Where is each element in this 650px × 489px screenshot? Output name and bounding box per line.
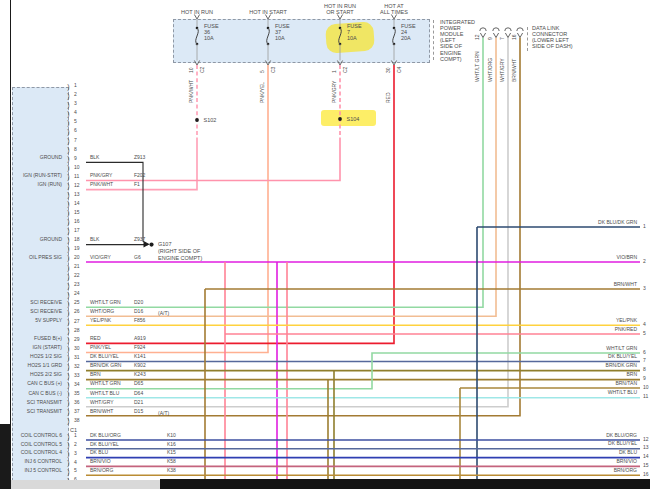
right-pin-number: 5 xyxy=(643,331,646,337)
left-pin-number: 5 xyxy=(74,119,77,125)
left-pin-number: 20 xyxy=(74,255,80,261)
fuse-label: FUSE xyxy=(401,23,416,29)
right-pin-label: BRN/DK GRN xyxy=(548,363,637,369)
right-pin-label: BRN/WHT xyxy=(548,282,637,288)
right-pin-label: DK BLU/YEL xyxy=(548,441,637,447)
wire-color-label: WHT/GRY xyxy=(500,58,506,82)
wire-color-label: BRN/DK GRN xyxy=(90,363,121,369)
left-pin-number: 29 xyxy=(74,337,80,343)
left-pin-number: 10 xyxy=(74,165,80,171)
left-pin-number: 15 xyxy=(74,210,80,216)
right-pin-label: DK BLU xyxy=(548,450,637,456)
right-pin-label: DK BLU/YEL xyxy=(548,354,637,360)
arrow-down-icon xyxy=(337,61,342,66)
left-pin-label: 5V SUPPLY xyxy=(13,318,62,324)
left-pin-label: INJ 5 CONTROL xyxy=(13,468,62,474)
wire-red xyxy=(86,65,394,343)
circuit-code: D64 xyxy=(134,391,143,397)
splice-label: S102 xyxy=(204,117,217,123)
left-pin-label: CAN C BUS (+) xyxy=(13,381,62,387)
right-pin-label: BRN/TAN xyxy=(548,381,637,387)
circuit-code: D21 xyxy=(134,400,143,406)
left-pin-bracket: ) xyxy=(67,101,69,109)
left-pin-label: HO2S 1/2 SIG xyxy=(13,354,62,360)
left-pin-label: SCI RECEIVE xyxy=(13,300,62,306)
fuse-out-connector: C3 xyxy=(271,67,277,73)
left-pin-bracket: ) xyxy=(67,164,69,172)
wire-color-label: PNK/GRY xyxy=(332,81,338,103)
left-pin-number: 37 xyxy=(74,409,80,415)
left-pin-bracket: ) xyxy=(67,209,69,217)
circuit-code: D20 xyxy=(134,300,143,306)
left-pin-number: 11 xyxy=(74,174,79,180)
left-pin-bracket: ) xyxy=(67,173,69,181)
circuit-code: K38 xyxy=(167,468,176,474)
wire-color-label: PNK/YEL xyxy=(260,82,266,103)
left-pin-number: 35 xyxy=(74,391,80,397)
connector-pin-icon xyxy=(493,28,499,31)
left-pin-number: 19 xyxy=(74,246,80,252)
fuse-label: FUSE xyxy=(204,23,219,29)
left-pin-bracket: ) xyxy=(67,309,69,317)
left-pin-label: GROUND xyxy=(13,237,62,243)
circuit-code: F924 xyxy=(134,345,145,351)
right-pin-label: PNK/RED xyxy=(548,327,637,333)
left-pin-number: 16 xyxy=(74,219,80,225)
ipm-title-bracket xyxy=(433,20,434,60)
wire-color-label: BRN/WHT xyxy=(90,409,113,415)
left-pin-number: 36 xyxy=(74,400,80,406)
arrow-down-icon xyxy=(265,15,270,20)
wire-color-label: BLK xyxy=(90,237,99,243)
circuit-code: D16 xyxy=(134,309,143,315)
left-pin-bracket: ) xyxy=(67,450,69,458)
right-pin-label: DK BLU/DK GRN xyxy=(548,220,637,226)
right-pin-number: 3 xyxy=(643,286,646,292)
right-pin-label: DK BLU/ORG xyxy=(548,433,637,439)
connector-pin-icon xyxy=(517,28,523,31)
fuse-element-icon xyxy=(267,28,270,44)
fuse-label: FUSE xyxy=(275,23,290,29)
fuse-label: 24 xyxy=(401,29,407,35)
right-pin-label: BRN/VIO xyxy=(548,459,637,465)
left-pin-number: 1 xyxy=(74,83,77,89)
arrow-down-icon xyxy=(391,15,396,20)
left-pin-number: 26 xyxy=(74,309,80,315)
splice-label: S104 xyxy=(347,116,360,122)
wire-color-label: WHT/LT GRN xyxy=(90,300,121,306)
left-pin-bracket: ) xyxy=(67,92,69,100)
connector-pin-icon xyxy=(480,28,486,31)
circuit-code: K58 xyxy=(167,459,176,465)
wire-color-label: PNK/YEL xyxy=(90,345,111,351)
left-pin-number: 12 xyxy=(74,183,80,189)
left-pin-bracket: ) xyxy=(67,417,69,425)
left-pin-bracket: ) xyxy=(67,119,69,127)
left-pin-label: GROUND xyxy=(13,155,62,161)
fuse-out-pin: 5 xyxy=(260,70,266,73)
wire-color-label: VIO/GRY xyxy=(90,255,111,261)
fuse-out-connector: C2 xyxy=(200,67,206,73)
fuse-element-icon xyxy=(196,28,199,44)
circuit-code: D65 xyxy=(134,381,143,387)
right-pin-label: WHT/LT GRN xyxy=(548,346,637,352)
wire-pnk-gry xyxy=(86,140,340,181)
left-pin-bracket: ) xyxy=(67,227,69,235)
right-pin-number: 9 xyxy=(643,376,646,382)
wire-color-label: PNK/GRY xyxy=(90,173,112,179)
left-pin-label: SCI TRANSMIT xyxy=(13,400,62,406)
left-pin-number: 28 xyxy=(74,328,80,334)
right-pin-number: 11 xyxy=(643,394,648,400)
wire-color-label: BRN/VIO xyxy=(90,459,111,465)
fuse-out-connector: C4 xyxy=(397,67,403,73)
left-pin-bracket: ) xyxy=(67,390,69,398)
left-pin-label: IGN (RUN-STRT) xyxy=(13,173,62,179)
hot-feed-label: HOT IN START xyxy=(236,9,300,15)
dlc-title: SIDE OF DASH) xyxy=(532,43,573,49)
wire-color-label: WHT/GRY xyxy=(90,400,114,406)
left-pin-number: 2 xyxy=(74,442,77,448)
right-pin-number: 10 xyxy=(643,385,649,391)
right-pin-number: 12 xyxy=(643,437,649,443)
left-pin-bracket: ) xyxy=(67,282,69,290)
left-pin-label: IGN (START) xyxy=(13,345,62,351)
left-pin-bracket: ) xyxy=(67,381,69,389)
wire-color-label: PNK/WHT xyxy=(90,182,113,188)
